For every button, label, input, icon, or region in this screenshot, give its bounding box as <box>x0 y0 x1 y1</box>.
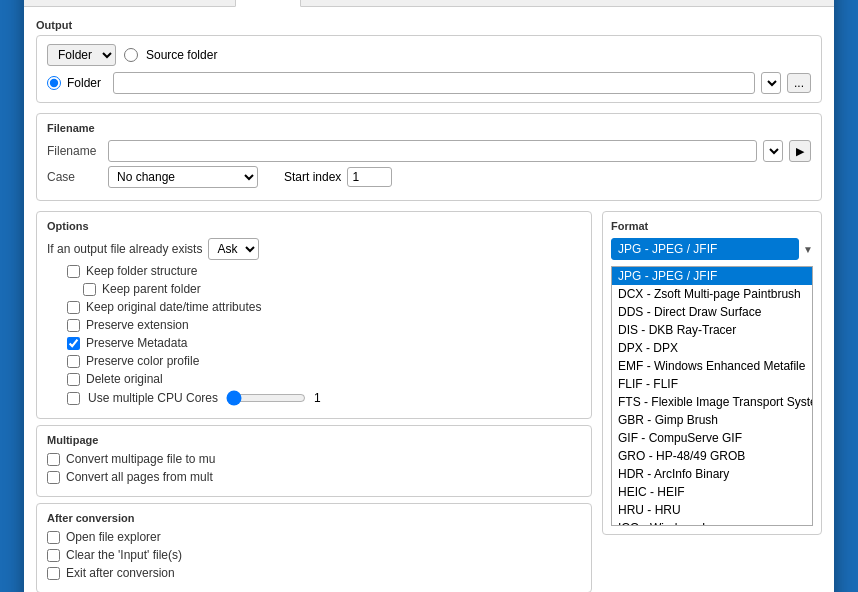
clear-input-checkbox[interactable] <box>47 549 60 562</box>
output-type-select[interactable]: Folder <box>47 44 116 66</box>
preserve-ext-checkbox[interactable] <box>67 319 80 332</box>
keep-date-label: Keep original date/time attributes <box>86 300 261 314</box>
keep-parent-checkbox[interactable] <box>83 283 96 296</box>
format-item-hru[interactable]: HRU - HRU <box>612 501 812 519</box>
folder-label: Folder <box>67 76 107 90</box>
delete-original-checkbox[interactable] <box>67 373 80 386</box>
options-label: Options <box>47 220 581 232</box>
format-item-dpx[interactable]: DPX - DPX <box>612 339 812 357</box>
format-item-gbr[interactable]: GBR - Gimp Brush <box>612 411 812 429</box>
tab-input[interactable]: Input: 1 file(s) <box>32 0 135 6</box>
convert-multipage-checkbox[interactable] <box>47 453 60 466</box>
filename-arrow-button[interactable]: ▶ <box>789 140 811 162</box>
filename-row: Filename my jpg image ▶ <box>47 140 811 162</box>
format-item-hdr[interactable]: HDR - ArcInfo Binary <box>612 465 812 483</box>
keep-date-checkbox[interactable] <box>67 301 80 314</box>
use-cpu-label: Use multiple CPU Cores <box>88 391 218 405</box>
format-item-jpg-top[interactable]: JPG - JPEG / JFIF <box>612 267 812 285</box>
if-exists-label: If an output file already exists <box>47 242 202 256</box>
case-row: Case No change Start index <box>47 166 811 188</box>
preserve-color-label: Preserve color profile <box>86 354 199 368</box>
source-folder-label: Source folder <box>146 48 217 62</box>
exit-after-row: Exit after conversion <box>47 566 581 580</box>
filename-dropdown[interactable] <box>763 140 783 162</box>
folder-path-input[interactable]: C:\Users\Downloads <box>113 72 755 94</box>
keep-parent-row: Keep parent folder <box>83 282 581 296</box>
left-panel: Options If an output file already exists… <box>36 211 592 592</box>
filename-input[interactable]: my jpg image <box>108 140 757 162</box>
folder-section: Folder Source folder Folder C:\Users\Dow… <box>36 35 822 103</box>
tab-actions[interactable]: Actions [0/0] <box>137 0 233 6</box>
source-folder-radio[interactable] <box>124 48 138 62</box>
format-item-emf[interactable]: EMF - Windows Enhanced Metafile <box>612 357 812 375</box>
exit-after-checkbox[interactable] <box>47 567 60 580</box>
keep-date-row: Keep original date/time attributes <box>67 300 581 314</box>
format-item-flif[interactable]: FLIF - FLIF <box>612 375 812 393</box>
preserve-color-checkbox[interactable] <box>67 355 80 368</box>
keep-folder-checkbox[interactable] <box>67 265 80 278</box>
open-explorer-checkbox[interactable] <box>47 531 60 544</box>
format-item-fts[interactable]: FTS - Flexible Image Transport System <box>612 393 812 411</box>
preserve-color-row: Preserve color profile <box>67 354 581 368</box>
browse-button[interactable]: ... <box>787 73 811 93</box>
preserve-ext-row: Preserve extension <box>67 318 581 332</box>
format-item-dds[interactable]: DDS - Direct Draw Surface <box>612 303 812 321</box>
cpu-value: 1 <box>314 391 321 405</box>
format-selected-display[interactable]: JPG - JPEG / JFIF <box>611 238 799 260</box>
exit-after-label: Exit after conversion <box>66 566 175 580</box>
convert-multipage-row: Convert multipage file to mu <box>47 452 581 466</box>
delete-original-row: Delete original <box>67 372 581 386</box>
content-area: Output Folder Source folder Folder C:\Us… <box>24 7 834 592</box>
case-select[interactable]: No change <box>108 166 258 188</box>
multipage-label: Multipage <box>47 434 581 446</box>
folder-path-row: Folder C:\Users\Downloads ... <box>47 72 811 94</box>
preserve-ext-label: Preserve extension <box>86 318 189 332</box>
tab-bar: Input: 1 file(s) Actions [0/0] Output St… <box>24 0 834 7</box>
convert-all-pages-checkbox[interactable] <box>47 471 60 484</box>
filename-section-label: Filename <box>47 122 811 134</box>
cpu-row: Use multiple CPU Cores 1 <box>67 390 581 406</box>
tab-output[interactable]: Output <box>235 0 301 7</box>
tab-settings[interactable]: Settings <box>369 0 442 6</box>
if-exists-row: If an output file already exists Ask <box>47 238 581 260</box>
preserve-metadata-label: Preserve Metadata <box>86 336 187 350</box>
format-item-dcx[interactable]: DCX - Zsoft Multi-page Paintbrush <box>612 285 812 303</box>
use-cpu-checkbox[interactable] <box>67 392 80 405</box>
format-item-gif[interactable]: GIF - CompuServe GIF <box>612 429 812 447</box>
tab-status[interactable]: Status <box>303 0 367 6</box>
case-label: Case <box>47 170 102 184</box>
format-item-gro[interactable]: GRO - HP-48/49 GROB <box>612 447 812 465</box>
convert-all-pages-row: Convert all pages from mult <box>47 470 581 484</box>
format-item-dis[interactable]: DIS - DKB Ray-Tracer <box>612 321 812 339</box>
format-list: JPG - JPEG / JFIF DCX - Zsoft Multi-page… <box>611 266 813 526</box>
filename-label: Filename <box>47 144 102 158</box>
format-item-heic[interactable]: HEIC - HEIF <box>612 483 812 501</box>
clear-input-label: Clear the 'Input' file(s) <box>66 548 182 562</box>
output-section-label: Output <box>36 19 822 31</box>
preserve-metadata-checkbox[interactable] <box>67 337 80 350</box>
filename-section: Filename Filename my jpg image ▶ Case No… <box>36 113 822 201</box>
format-item-ico[interactable]: ICO - Windows Icon <box>612 519 812 526</box>
format-section: Format JPG - JPEG / JFIF ▼ JPG - JPEG / … <box>602 211 822 535</box>
open-explorer-label: Open file explorer <box>66 530 161 544</box>
keep-folder-row: Keep folder structure <box>67 264 581 278</box>
after-conversion-label: After conversion <box>47 512 581 524</box>
clear-input-row: Clear the 'Input' file(s) <box>47 548 581 562</box>
if-exists-select[interactable]: Ask <box>208 238 259 260</box>
folder-type-row: Folder Source folder <box>47 44 811 66</box>
open-explorer-row: Open file explorer <box>47 530 581 544</box>
right-panel: Format JPG - JPEG / JFIF ▼ JPG - JPEG / … <box>602 211 822 592</box>
preserve-metadata-row: Preserve Metadata <box>67 336 581 350</box>
start-index-label: Start index <box>284 170 341 184</box>
main-area: Options If an output file already exists… <box>36 211 822 592</box>
after-conversion-section: After conversion Open file explorer Clea… <box>36 503 592 592</box>
start-index-input[interactable] <box>347 167 392 187</box>
cpu-slider[interactable] <box>226 390 306 406</box>
delete-original-label: Delete original <box>86 372 163 386</box>
folder-path-dropdown[interactable] <box>761 72 781 94</box>
folder-radio[interactable] <box>47 76 61 90</box>
tab-about[interactable]: About <box>444 0 505 6</box>
convert-all-pages-label: Convert all pages from mult <box>66 470 213 484</box>
main-window: 🐾 XnConvert ─ □ ✕ Input: 1 file(s) Actio… <box>24 0 834 592</box>
convert-multipage-label: Convert multipage file to mu <box>66 452 215 466</box>
